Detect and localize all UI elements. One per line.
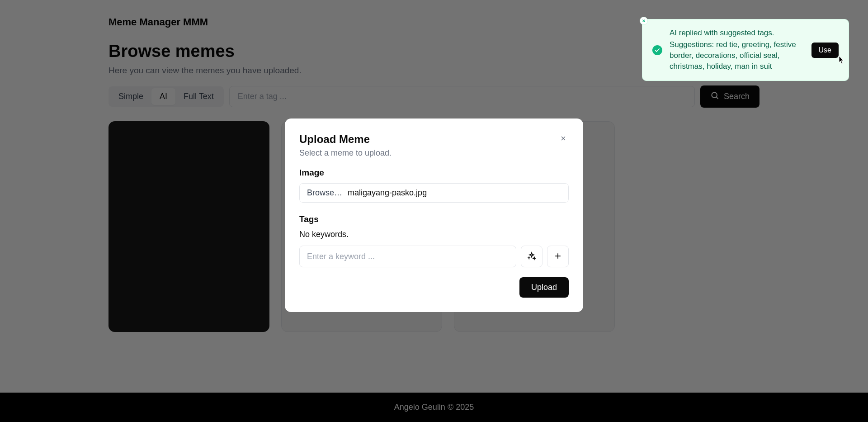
modal-subtitle: Select a meme to upload. [299,148,392,158]
close-icon [642,17,646,25]
toast-text: Suggestions: red tie, greeting, festive … [670,39,804,71]
toast-close-button[interactable] [640,17,648,25]
selected-filename: maligayang-pasko.jpg [348,188,427,198]
image-field-label: Image [299,168,569,178]
close-icon [560,135,567,144]
modal-close-button[interactable] [558,133,569,146]
upload-modal: Upload Meme Select a meme to upload. Ima… [285,119,583,312]
browse-button-label: Browse… [307,188,342,198]
add-keyword-button[interactable] [547,246,569,267]
file-input[interactable]: Browse… maligayang-pasko.jpg [299,183,569,203]
ai-suggest-button[interactable] [521,246,542,267]
keyword-input[interactable] [299,246,516,267]
tags-field-label: Tags [299,214,569,224]
plus-icon [553,251,562,262]
sparkles-icon [527,251,536,262]
modal-title: Upload Meme [299,133,392,146]
ai-suggestion-toast: AI replied with suggested tags. Suggesti… [642,19,849,81]
toast-use-button[interactable]: Use [811,43,839,58]
toast-title: AI replied with suggested tags. [670,28,804,38]
check-icon [652,45,662,55]
no-keywords-text: No keywords. [299,230,569,239]
upload-button[interactable]: Upload [519,277,569,298]
